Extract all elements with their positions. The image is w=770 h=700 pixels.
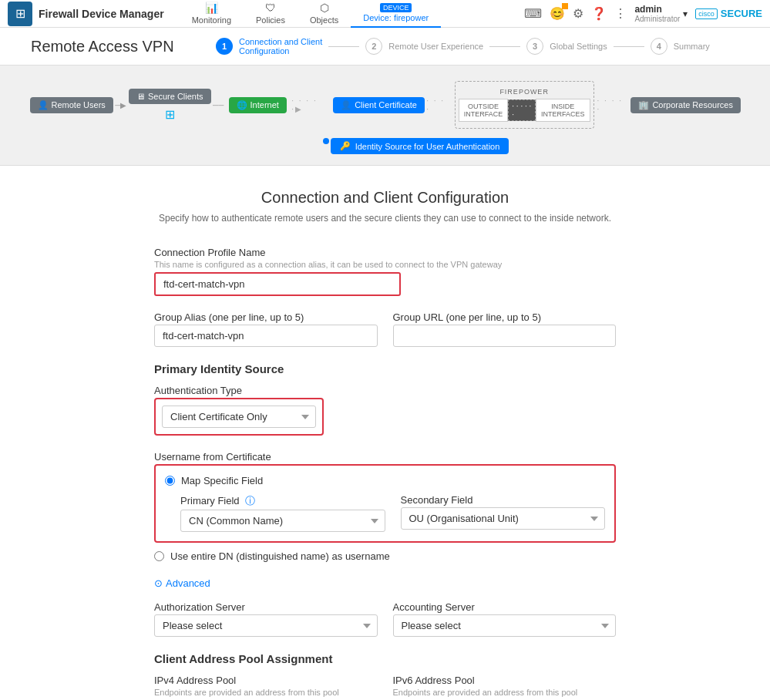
- group-alias-col: Group Alias (one per line, up to 5): [154, 311, 378, 347]
- connection-profile-input[interactable]: [154, 272, 401, 296]
- client-cert-label: Client Certificate: [355, 100, 417, 109]
- secure-clients-icon: 🖥: [136, 92, 145, 101]
- advanced-link[interactable]: ⊙ Advanced: [154, 577, 616, 589]
- app-title: Firewall Device Manager: [39, 8, 164, 20]
- use-entire-dn-label[interactable]: Use entire DN (distinguished name) as us…: [154, 550, 616, 562]
- primary-field-select[interactable]: CN (Common Name) DN UID E (Email): [180, 510, 385, 532]
- primary-field-info[interactable]: ⓘ: [245, 495, 255, 506]
- user-dropdown-icon[interactable]: ▾: [683, 8, 688, 19]
- help-icon[interactable]: ⚙: [573, 6, 583, 21]
- primary-secondary-row: Primary Field ⓘ CN (Common Name) DN UID …: [180, 494, 605, 532]
- objects-label: Objects: [310, 15, 338, 25]
- outside-interface-box: OUTSIDE INTERFACE: [459, 99, 509, 122]
- username-cert-highlight-box: Map Specific Field Primary Field ⓘ CN (C…: [154, 464, 616, 543]
- auth-server-select[interactable]: Please select: [154, 614, 378, 637]
- auth-type-container: Authentication Type Client Certificate O…: [154, 385, 324, 436]
- secondary-field-select[interactable]: OU (Organisational Unit) CN (Common Name…: [401, 507, 606, 530]
- wizard-step-3[interactable]: 3 Global Settings: [526, 38, 607, 55]
- wizard-steps: 1 Connection and ClientConfiguration 2 R…: [216, 37, 739, 56]
- form-section-desc: Specify how to authenticate remote users…: [154, 213, 616, 224]
- primary-identity-title: Primary Identity Source: [154, 362, 616, 375]
- step-divider-2: [489, 46, 520, 47]
- primary-field-label: Primary Field ⓘ: [180, 494, 385, 508]
- client-cert-box: 👤 Client Certificate: [333, 97, 425, 113]
- primary-identity-source-group: Primary Identity Source Authentication T…: [154, 362, 616, 436]
- ipv4-sublabel: Endpoints are provided an address from t…: [154, 688, 378, 697]
- corporate-box: 🏢 Corporate Resources: [630, 97, 741, 113]
- connection-profile-group: Connection Profile Name This name is con…: [154, 247, 616, 296]
- diagram-corporate: 🏢 Corporate Resources: [632, 97, 739, 113]
- auth-type-highlighted-box: Client Certificate Only AAA Only AAA and…: [154, 398, 324, 436]
- accounting-server-select[interactable]: Please select: [393, 614, 617, 637]
- wizard-step-1[interactable]: 1 Connection and ClientConfiguration: [216, 37, 322, 56]
- step-circle-4: 4: [651, 38, 667, 55]
- step-divider-3: [614, 46, 644, 47]
- diagram-remote-users: 👤 Remote Users: [31, 97, 112, 113]
- main-content: Connection and Client Configuration Spec…: [0, 166, 770, 700]
- diagram-main-row: 👤 Remote Users ─▶ 🖥 Secure Clients ⊞ ── …: [31, 81, 739, 129]
- diagram-secure-clients: 🖥 Secure Clients ⊞: [129, 89, 210, 122]
- map-specific-radio-group: Map Specific Field: [165, 475, 605, 486]
- more-icon[interactable]: ⋮: [614, 6, 627, 21]
- group-url-input[interactable]: [393, 325, 617, 347]
- device-tag: DEVICE: [380, 3, 412, 12]
- step-label-4: Summary: [674, 42, 710, 51]
- user-name: admin: [634, 4, 680, 15]
- secure-clients-box: 🖥 Secure Clients: [129, 89, 211, 104]
- user-info: admin Administrator ▾: [634, 4, 688, 23]
- ipv4-ipv6-row: IPv4 Address Pool Endpoints are provided…: [154, 675, 616, 700]
- map-specific-radio-label[interactable]: Map Specific Field: [165, 475, 605, 486]
- advanced-section: ⊙ Advanced: [154, 577, 616, 589]
- nav-objects[interactable]: ⬡ Objects: [298, 0, 351, 28]
- identity-box: 🔑 Identity Source for User Authenticatio…: [331, 138, 509, 154]
- connection-profile-sublabel: This name is configured as a connection …: [154, 260, 616, 269]
- question-icon[interactable]: ❓: [591, 6, 607, 21]
- accounting-server-col: Accounting Server Please select: [393, 601, 617, 637]
- form-section-title: Connection and Client Configuration: [154, 189, 616, 207]
- page-header: Remote Access VPN 1 Connection and Clien…: [0, 28, 770, 66]
- ipv6-label: IPv6 Address Pool: [393, 675, 617, 686]
- step-circle-3: 3: [526, 38, 543, 55]
- secure-clients-label: Secure Clients: [148, 92, 203, 101]
- group-alias-input[interactable]: [154, 325, 378, 347]
- device-label: Device: firepower: [363, 13, 429, 22]
- identity-dot: [323, 138, 329, 144]
- monitoring-icon: 📊: [205, 2, 218, 14]
- nav-policies[interactable]: 🛡 Policies: [244, 0, 298, 28]
- wizard-step-2[interactable]: 2 Remote User Experience: [365, 38, 483, 55]
- internet-label: Internet: [251, 100, 279, 109]
- advanced-label: Advanced: [166, 577, 210, 589]
- nav-device[interactable]: DEVICE Device: firepower: [351, 0, 441, 28]
- page-title: Remote Access VPN: [31, 38, 185, 56]
- step-label-1: Connection and ClientConfiguration: [239, 37, 322, 56]
- remote-users-label: Remote Users: [52, 100, 106, 109]
- step-label-3: Global Settings: [550, 42, 607, 51]
- ipv4-label: IPv4 Address Pool: [154, 675, 378, 686]
- map-specific-radio[interactable]: [165, 476, 175, 486]
- inside-label: INSIDE: [541, 103, 585, 110]
- auth-accounting-row: Authorization Server Please select Accou…: [154, 601, 616, 637]
- group-url-label: Group URL (one per line, up to 5): [393, 311, 617, 323]
- group-url-col: Group URL (one per line, up to 5): [393, 311, 617, 347]
- internet-box: 🌐 Internet: [229, 97, 287, 113]
- use-entire-dn-radio[interactable]: [154, 551, 164, 561]
- app-logo: ⊞ Firewall Device Manager: [8, 2, 164, 26]
- client-address-pool-group: Client Address Pool Assignment IPv4 Addr…: [154, 652, 616, 700]
- auth-type-select[interactable]: Client Certificate Only AAA Only AAA and…: [162, 406, 316, 428]
- primary-field-col: Primary Field ⓘ CN (Common Name) DN UID …: [180, 494, 385, 532]
- username-from-cert-label: Username from Certificate: [154, 451, 616, 463]
- terminal-icon[interactable]: ⌨: [524, 6, 542, 21]
- corporate-icon: 🏢: [638, 100, 649, 110]
- step-label-2: Remote User Experience: [388, 42, 483, 51]
- wizard-step-4[interactable]: 4 Summary: [651, 38, 710, 55]
- nav-monitoring[interactable]: 📊 Monitoring: [180, 0, 244, 28]
- notifications-icon[interactable]: 😊: [550, 6, 565, 21]
- diagram-internet: 🌐 Internet: [227, 97, 288, 113]
- remote-users-icon: 👤: [38, 100, 49, 110]
- inside-interfaces-box: INSIDE INTERFACES: [536, 99, 590, 122]
- identity-label: Identity Source for User Authentication: [355, 142, 500, 151]
- connector-2: ──: [213, 101, 224, 109]
- step-circle-1: 1: [216, 38, 233, 55]
- map-specific-label: Map Specific Field: [181, 475, 263, 486]
- objects-icon: ⬡: [320, 2, 329, 14]
